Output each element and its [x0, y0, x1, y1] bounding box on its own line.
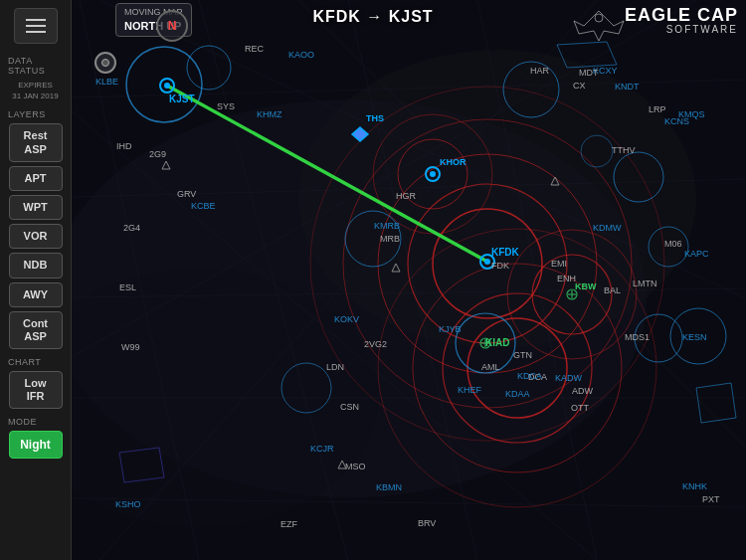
- svg-text:AML: AML: [481, 362, 500, 372]
- svg-text:KNHK: KNHK: [682, 481, 707, 491]
- layer-wpt-button[interactable]: WPT: [9, 195, 63, 220]
- svg-text:ESL: ESL: [119, 282, 136, 292]
- svg-text:GTN: GTN: [513, 350, 532, 360]
- svg-text:KDCA: KDCA: [517, 371, 542, 381]
- svg-text:MRB: MRB: [380, 234, 400, 244]
- svg-text:KJST: KJST: [169, 93, 195, 104]
- svg-text:MSO: MSO: [345, 462, 366, 471]
- svg-text:SYS: SYS: [217, 101, 235, 111]
- layer-apt-button[interactable]: APT: [9, 166, 63, 191]
- svg-text:KBW: KBW: [575, 281, 597, 291]
- svg-text:OTT: OTT: [571, 403, 589, 413]
- svg-text:M06: M06: [664, 239, 682, 249]
- svg-text:KAPC: KAPC: [684, 249, 709, 259]
- route-title: KFDK → KJST: [312, 8, 433, 26]
- chart-low-ifr-button[interactable]: LowIFR: [9, 371, 63, 409]
- expires-date: 31 JAN 2019: [12, 91, 58, 101]
- svg-text:LMTN: LMTN: [633, 279, 657, 288]
- mode-night-button[interactable]: Night: [9, 431, 63, 459]
- svg-point-126: [595, 14, 603, 22]
- layer-cont-asp-button[interactable]: ContASP: [9, 311, 63, 349]
- svg-text:KFDK: KFDK: [491, 247, 520, 258]
- svg-text:MDS1: MDS1: [625, 332, 650, 342]
- layer-ndb-button[interactable]: NDB: [9, 253, 63, 278]
- svg-text:TTHV: TTHV: [612, 145, 636, 155]
- svg-text:KMRB: KMRB: [374, 221, 400, 231]
- svg-text:CSN: CSN: [340, 402, 359, 412]
- svg-text:THS: THS: [366, 113, 384, 123]
- map-svg: KJST KFDK FDK THS KHOR KIAD KBW BAL DCA …: [0, 0, 746, 560]
- svg-point-47: [164, 83, 170, 89]
- svg-text:BAL: BAL: [604, 285, 621, 295]
- logo-area: EAGLE CAP SOFTWARE: [625, 6, 738, 35]
- eagle-icon: [569, 6, 629, 46]
- svg-text:EZF: EZF: [280, 519, 298, 529]
- svg-text:KOKV: KOKV: [334, 314, 359, 324]
- data-status-info: EXPIRES 31 JAN 2019: [12, 80, 58, 101]
- svg-text:KESN: KESN: [682, 332, 707, 342]
- gps-indicator: [94, 52, 116, 74]
- svg-text:KCJR: KCJR: [310, 444, 334, 454]
- logo-sub: SOFTWARE: [625, 24, 738, 35]
- svg-text:CX: CX: [573, 81, 586, 91]
- svg-text:FDK: FDK: [491, 261, 509, 271]
- svg-text:KHOR: KHOR: [440, 157, 466, 167]
- svg-text:IHD: IHD: [116, 141, 132, 151]
- layers-label: LAYERS: [4, 109, 46, 119]
- svg-text:KJYB: KJYB: [439, 324, 462, 334]
- svg-text:KIAD: KIAD: [485, 337, 509, 348]
- svg-text:KDMW: KDMW: [593, 223, 622, 233]
- svg-text:KCNS: KCNS: [664, 116, 689, 126]
- expires-label: EXPIRES: [12, 80, 58, 91]
- svg-text:KADW: KADW: [555, 373, 583, 383]
- layer-awy-button[interactable]: AWY: [9, 282, 63, 307]
- chart-label: CHART: [4, 357, 41, 367]
- svg-text:KSHO: KSHO: [115, 499, 141, 509]
- svg-text:KHEF: KHEF: [458, 385, 482, 395]
- map-container: KJST KFDK FDK THS KHOR KIAD KBW BAL DCA …: [0, 0, 746, 560]
- svg-text:KDAA: KDAA: [505, 389, 530, 399]
- svg-text:MDT: MDT: [579, 68, 599, 78]
- svg-text:KNDT: KNDT: [615, 82, 640, 92]
- svg-text:2G4: 2G4: [123, 223, 140, 233]
- layer-vor-button[interactable]: VOR: [9, 224, 63, 249]
- svg-text:2G9: 2G9: [149, 149, 166, 159]
- svg-text:LDN: LDN: [326, 362, 344, 372]
- mode-label: MODE: [4, 417, 37, 427]
- svg-text:LRP: LRP: [649, 104, 666, 114]
- data-status-label: DATA STATUS: [4, 56, 67, 76]
- svg-text:KLBE: KLBE: [95, 77, 118, 87]
- svg-text:W99: W99: [121, 342, 140, 352]
- svg-text:KHMZ: KHMZ: [257, 109, 282, 119]
- menu-button[interactable]: [14, 8, 58, 44]
- svg-text:KAOO: KAOO: [288, 50, 314, 60]
- svg-text:EMI: EMI: [551, 259, 567, 269]
- svg-text:ADW: ADW: [572, 386, 594, 396]
- svg-text:KCBE: KCBE: [191, 201, 216, 211]
- svg-text:BRV: BRV: [418, 518, 436, 528]
- svg-text:HAR: HAR: [530, 66, 550, 76]
- svg-text:GRV: GRV: [177, 189, 196, 199]
- svg-point-50: [430, 171, 436, 177]
- sidebar: DATA STATUS EXPIRES 31 JAN 2019 LAYERS R…: [0, 0, 72, 560]
- svg-point-52: [484, 259, 490, 265]
- logo-name: EAGLE CAP: [625, 6, 738, 24]
- svg-text:2VG2: 2VG2: [364, 339, 387, 349]
- svg-text:REC: REC: [245, 44, 265, 54]
- layer-rest-asp-button[interactable]: RestASP: [9, 123, 63, 161]
- svg-text:ENH: ENH: [557, 274, 576, 283]
- svg-marker-125: [574, 11, 624, 41]
- svg-text:KBMN: KBMN: [376, 482, 402, 492]
- svg-text:HGR: HGR: [396, 191, 417, 201]
- svg-text:PXT: PXT: [702, 494, 720, 504]
